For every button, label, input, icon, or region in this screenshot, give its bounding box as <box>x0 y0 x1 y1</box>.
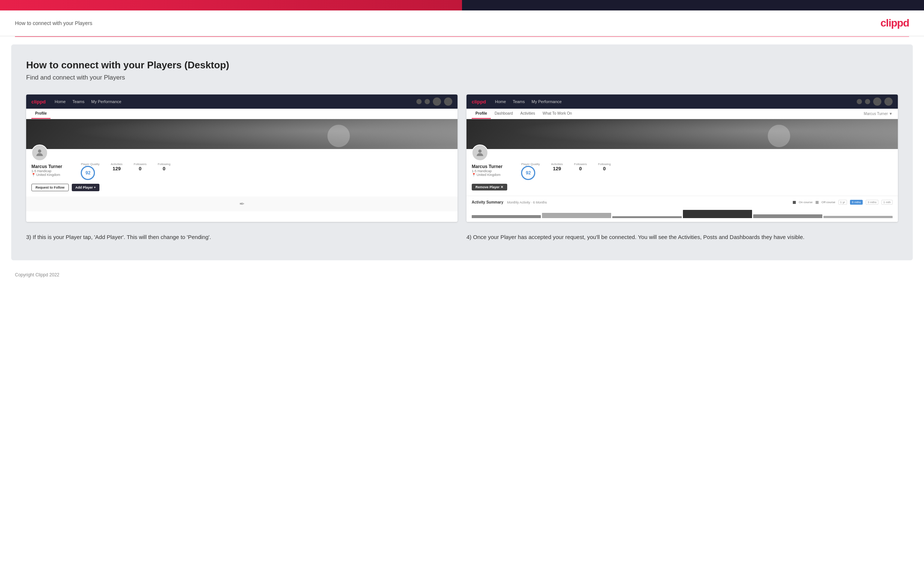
page-heading: How to connect with your Players (Deskto… <box>26 60 898 71</box>
screenshots-row: clippd Home Teams My Performance Profile <box>26 95 898 222</box>
search-icon-right <box>857 99 862 104</box>
mock-nav-home-right: Home <box>495 99 506 104</box>
on-course-dot <box>793 201 796 204</box>
bar-6 <box>824 216 893 218</box>
off-course-dot <box>816 201 819 204</box>
mock-nav-right: clippd Home Teams My Performance <box>467 95 898 109</box>
mock-profile-content-right: Marcus Turner 1-5 Handicap 📍 United King… <box>467 149 898 196</box>
copyright: Copyright Clippd 2022 <box>15 272 60 277</box>
activity-header: Activity Summary Monthly Activity · 6 Mo… <box>472 200 893 205</box>
page-subheading: Find and connect with your Players <box>26 74 898 81</box>
tab-activities-right[interactable]: Activities <box>517 109 539 119</box>
bar-4 <box>683 210 752 218</box>
settings-icon <box>433 97 441 106</box>
followers-label-left: Followers <box>134 163 147 166</box>
mock-hero-left <box>26 119 457 149</box>
mock-tabs-right: Profile Dashboard Activities What To Wor… <box>467 109 898 119</box>
player-name-right: Marcus Turner <box>472 164 502 169</box>
bar-3 <box>612 216 682 218</box>
avatar-icon <box>444 97 452 106</box>
main-content: How to connect with your Players (Deskto… <box>11 44 913 260</box>
screenshot-panel-right: clippd Home Teams My Performance Profile… <box>467 95 898 222</box>
mock-logo-right: clippd <box>472 99 486 105</box>
request-follow-button[interactable]: Request to Follow <box>31 184 69 191</box>
activities-value-right: 129 <box>551 166 563 171</box>
header-title: How to connect with your Players <box>15 20 92 26</box>
scroll-icon: ✒ <box>239 200 245 208</box>
time-btn-1mth[interactable]: 1 mth <box>881 200 893 205</box>
mock-nav-icons-right <box>857 97 893 106</box>
scroll-area-left: ✒ <box>26 197 457 211</box>
followers-value-left: 0 <box>134 166 147 171</box>
mock-nav-home-left: Home <box>55 99 65 104</box>
activity-summary: Activity Summary Monthly Activity · 6 Mo… <box>467 196 898 222</box>
search-icon <box>417 99 422 104</box>
player-location-left: 📍 United Kingdom <box>31 173 62 177</box>
following-value-left: 0 <box>158 166 170 171</box>
quality-label-right: Player Quality <box>521 163 540 166</box>
quality-circle-right: 92 <box>521 166 535 180</box>
add-player-button[interactable]: Add Player + <box>72 184 100 191</box>
caption-row: 3) If this is your Player tap, 'Add Play… <box>26 233 898 242</box>
mock-buttons-right: Remove Player ✕ <box>472 184 893 190</box>
time-btn-6mths[interactable]: 6 mths <box>850 200 863 205</box>
tab-profile-left[interactable]: Profile <box>31 109 50 119</box>
player-location-right: 📍 United Kingdom <box>472 173 502 177</box>
player-handicap-left: 1-5 Handicap <box>31 169 62 173</box>
bar-2 <box>542 213 611 218</box>
player-handicap-right: 1-5 Handicap <box>472 169 502 173</box>
location-icon-right: 📍 <box>472 173 476 177</box>
remove-player-button[interactable]: Remove Player ✕ <box>472 184 507 190</box>
header: How to connect with your Players clippd <box>0 10 924 36</box>
activity-subtitle: Monthly Activity · 6 Months <box>507 201 547 204</box>
caption-left: 3) If this is your Player tap, 'Add Play… <box>26 233 457 242</box>
followers-value-right: 0 <box>574 166 587 171</box>
tab-dashboard-right[interactable]: Dashboard <box>491 109 517 119</box>
quality-label-left: Player Quality <box>81 163 99 166</box>
bar-1 <box>472 215 541 218</box>
user-icon <box>425 99 430 104</box>
time-btn-1yr[interactable]: 1 yr <box>838 200 847 205</box>
mock-nav-myperformance-right: My Performance <box>531 99 562 104</box>
header-divider <box>15 36 909 37</box>
settings-icon-right <box>873 97 881 106</box>
avatar-left <box>31 145 48 161</box>
activities-value-left: 129 <box>111 166 123 171</box>
activity-legend: On course Off course 1 yr 6 mths 3 mths … <box>793 200 893 205</box>
location-icon: 📍 <box>31 173 36 177</box>
mock-buttons-left: Request to Follow Add Player + <box>31 184 452 191</box>
mock-nav-teams-left: Teams <box>73 99 84 104</box>
screenshot-panel-left: clippd Home Teams My Performance Profile <box>26 95 457 222</box>
mock-nav-teams-right: Teams <box>513 99 525 104</box>
time-btn-3mths[interactable]: 3 mths <box>866 200 879 205</box>
svg-point-1 <box>478 149 482 153</box>
top-bar <box>0 0 924 10</box>
activity-title: Activity Summary <box>472 200 503 204</box>
bar-5 <box>753 214 822 218</box>
tab-whattowrok-right[interactable]: What To Work On <box>539 109 576 119</box>
avatar-icon-right <box>884 97 893 106</box>
svg-point-0 <box>38 149 42 153</box>
activities-label-left: Activities <box>111 163 123 166</box>
off-course-label: Off course <box>822 201 835 204</box>
mock-logo-left: clippd <box>31 99 45 105</box>
user-label-right[interactable]: Marcus Turner ▼ <box>864 112 893 116</box>
tab-profile-right[interactable]: Profile <box>472 109 491 119</box>
clippd-logo: clippd <box>880 17 909 29</box>
followers-label-right: Followers <box>574 163 587 166</box>
activity-chart <box>472 207 893 218</box>
activities-label-right: Activities <box>551 163 563 166</box>
user-icon-right <box>865 99 870 104</box>
mock-profile-content-left: Marcus Turner 1-5 Handicap 📍 United King… <box>26 149 457 197</box>
following-label-right: Following <box>598 163 611 166</box>
following-value-right: 0 <box>598 166 611 171</box>
caption-right: 4) Once your Player has accepted your re… <box>467 233 898 242</box>
avatar-right <box>472 145 488 161</box>
quality-circle-left: 92 <box>81 166 95 180</box>
player-name-left: Marcus Turner <box>31 164 62 169</box>
footer: Copyright Clippd 2022 <box>0 268 924 282</box>
mock-nav-left: clippd Home Teams My Performance <box>26 95 457 109</box>
mock-nav-myperformance-left: My Performance <box>91 99 121 104</box>
mock-nav-icons-left <box>417 97 452 106</box>
on-course-label: On course <box>799 201 813 204</box>
